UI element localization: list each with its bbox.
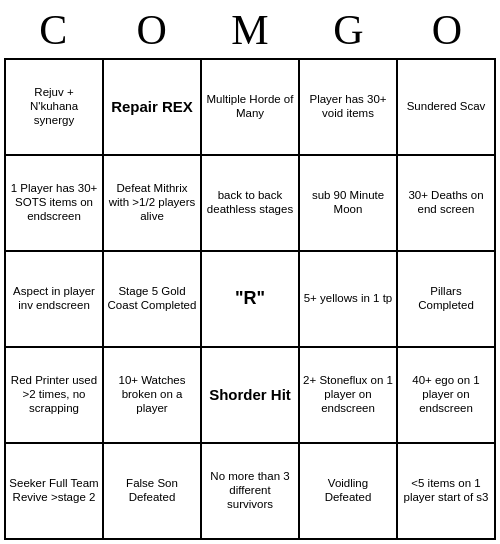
bingo-container: C O M G O Rejuv + N'kuhana synergyRepair…: [0, 0, 500, 544]
bingo-cell-16[interactable]: 10+ Watches broken on a player: [104, 348, 202, 444]
bingo-cell-13[interactable]: 5+ yellows in 1 tp: [300, 252, 398, 348]
bingo-cell-12[interactable]: "R": [202, 252, 300, 348]
bingo-cell-2[interactable]: Multiple Horde of Many: [202, 60, 300, 156]
title-letter-o2: O: [398, 6, 496, 54]
bingo-cell-23[interactable]: Voidling Defeated: [300, 444, 398, 540]
bingo-cell-24[interactable]: <5 items on 1 player start of s3: [398, 444, 496, 540]
bingo-cell-17[interactable]: Shorder Hit: [202, 348, 300, 444]
title-letter-m: M: [201, 6, 299, 54]
title-letter-g: G: [299, 6, 397, 54]
bingo-cell-3[interactable]: Player has 30+ void items: [300, 60, 398, 156]
bingo-cell-4[interactable]: Sundered Scav: [398, 60, 496, 156]
bingo-cell-8[interactable]: sub 90 Minute Moon: [300, 156, 398, 252]
bingo-cell-22[interactable]: No more than 3 different survivors: [202, 444, 300, 540]
bingo-cell-21[interactable]: False Son Defeated: [104, 444, 202, 540]
bingo-cell-7[interactable]: back to back deathless stages: [202, 156, 300, 252]
bingo-cell-6[interactable]: Defeat Mithrix with >1/2 players alive: [104, 156, 202, 252]
bingo-cell-5[interactable]: 1 Player has 30+ SOTS items on endscreen: [6, 156, 104, 252]
bingo-cell-20[interactable]: Seeker Full Team Revive >stage 2: [6, 444, 104, 540]
bingo-cell-11[interactable]: Stage 5 Gold Coast Completed: [104, 252, 202, 348]
bingo-cell-18[interactable]: 2+ Stoneflux on 1 player on endscreen: [300, 348, 398, 444]
bingo-grid: Rejuv + N'kuhana synergyRepair REXMultip…: [4, 58, 496, 540]
bingo-cell-0[interactable]: Rejuv + N'kuhana synergy: [6, 60, 104, 156]
bingo-cell-9[interactable]: 30+ Deaths on end screen: [398, 156, 496, 252]
bingo-cell-14[interactable]: Pillars Completed: [398, 252, 496, 348]
title-letter-c: C: [4, 6, 102, 54]
bingo-cell-15[interactable]: Red Printer used >2 times, no scrapping: [6, 348, 104, 444]
bingo-cell-19[interactable]: 40+ ego on 1 player on endscreen: [398, 348, 496, 444]
title-letter-o1: O: [102, 6, 200, 54]
bingo-title: C O M G O: [4, 4, 496, 58]
bingo-cell-1[interactable]: Repair REX: [104, 60, 202, 156]
bingo-cell-10[interactable]: Aspect in player inv endscreen: [6, 252, 104, 348]
